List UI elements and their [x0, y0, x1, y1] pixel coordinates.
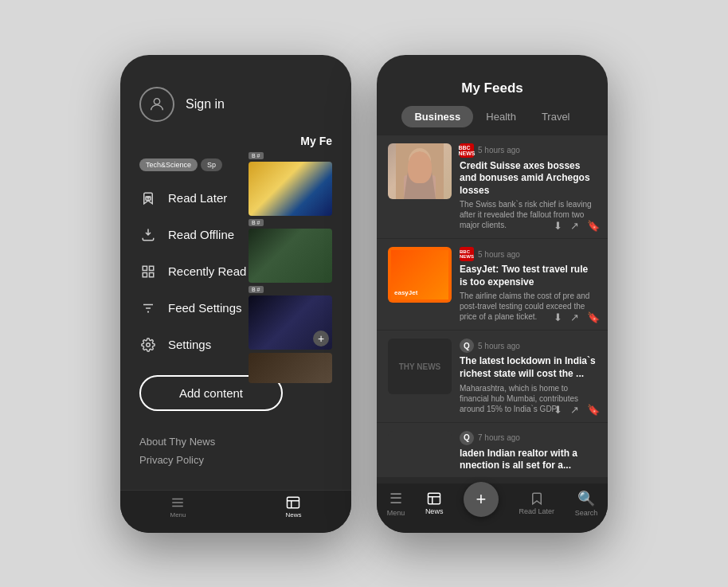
tabs-row: Business Health Travel [377, 106, 608, 135]
left-header: Sign in [120, 55, 351, 135]
card-time-1: 5 hours ago [478, 146, 520, 155]
nav-search[interactable]: 🔍 Search [575, 490, 598, 517]
bookmark-action-1[interactable]: 🔖 [587, 220, 600, 232]
card-body-3: Q 5 hours ago The latest lockdown in Ind… [460, 339, 597, 413]
tab-tech-science[interactable]: Tech&Science [139, 158, 198, 171]
sign-in-text[interactable]: Sign in [186, 97, 225, 112]
card-time-4: 7 hours ago [478, 433, 520, 442]
feed-card-2[interactable]: easyJet BBCNEWS 5 hours ago EasyJet: Two… [377, 239, 608, 330]
card-time-3: 5 hours ago [478, 342, 520, 350]
menu-item-read-later[interactable]: Read Later [139, 181, 252, 216]
menu-item-read-offline[interactable]: Read Offline [139, 217, 252, 252]
news-icon [427, 491, 441, 506]
left-nav-news[interactable]: News [285, 495, 301, 519]
card-actions-3: ⬇ ↗ 🔖 [554, 404, 600, 416]
download-action-2[interactable]: ⬇ [554, 311, 562, 323]
card-title-3: The latest lockdown in India`s richest s… [460, 355, 597, 380]
nav-read-later[interactable]: Read Later [519, 491, 555, 515]
nav-news-label: News [425, 507, 444, 515]
svg-rect-5 [150, 272, 154, 276]
right-header: My Feeds [377, 55, 608, 106]
nav-menu[interactable]: ☰ Menu [387, 490, 405, 517]
source-badge-bbc-2: BBCNEWS [460, 247, 474, 261]
right-phone: My Feeds Business Health Travel [377, 55, 608, 533]
source-badge-q-1: Q [460, 339, 474, 353]
feed-card-4[interactable]: Q 7 hours ago laden Indian realtor with … [377, 423, 608, 477]
bottom-nav: ☰ Menu News + Read Later 🔍 Sear [377, 483, 608, 533]
feed-thumb-4[interactable] [249, 353, 332, 383]
left-phone: Sign in My Fe Tech&Science Sp [120, 55, 351, 533]
svg-rect-4 [143, 272, 147, 276]
avatar[interactable] [139, 87, 174, 122]
fab-button[interactable]: + [464, 482, 499, 517]
nav-news[interactable]: News [425, 491, 444, 515]
card-image-4 [388, 431, 452, 477]
source-badge-bbc-1: BBCNEWS [460, 143, 474, 158]
feed-card-1[interactable]: BBCNEWS 5 hours ago Credit Suisse axes b… [377, 135, 608, 239]
card-body-2: BBCNEWS 5 hours ago EasyJet: Two test tr… [460, 247, 597, 322]
card-title-2: EasyJet: Two test travel rule is too exp… [460, 264, 597, 288]
left-footer: About Thy News Privacy Policy [120, 426, 351, 490]
card-meta-1: BBCNEWS 5 hours ago [460, 143, 597, 158]
download-icon [139, 226, 157, 244]
easyjet-logo: easyJet [394, 289, 417, 296]
feed-card-3[interactable]: THY NEWS Q 5 hours ago The latest lockdo… [377, 331, 608, 421]
phones-container: Sign in My Fe Tech&Science Sp [120, 55, 608, 533]
card-body-4: Q 7 hours ago laden Indian realtor with … [460, 431, 597, 469]
read-offline-label: Read Offline [168, 228, 234, 241]
feed-list: BBCNEWS 5 hours ago Credit Suisse axes b… [377, 135, 608, 483]
card-actions-2: ⬇ ↗ 🔖 [554, 311, 600, 323]
recently-read-label: Recently Read [168, 264, 246, 278]
tab-sp[interactable]: Sp [201, 158, 222, 171]
about-link[interactable]: About Thy News [139, 436, 332, 448]
svg-rect-3 [150, 266, 154, 270]
svg-point-9 [147, 342, 151, 346]
card-title-4: laden Indian realtor with a nnection is … [460, 448, 597, 472]
download-action-1[interactable]: ⬇ [554, 220, 562, 232]
feed-thumb-3[interactable]: + [249, 295, 332, 350]
card-meta-2: BBCNEWS 5 hours ago [460, 247, 597, 261]
svg-point-17 [409, 148, 431, 174]
gear-icon [139, 336, 157, 354]
menu-item-feed-settings[interactable]: Feed Settings [139, 291, 252, 326]
share-action-2[interactable]: ↗ [570, 311, 579, 323]
bookmark-action-3[interactable]: 🔖 [587, 404, 600, 416]
svg-point-18 [412, 151, 428, 170]
search-icon: 🔍 [577, 490, 595, 507]
filter-icon [139, 299, 157, 317]
menu-item-recently-read[interactable]: Recently Read [139, 254, 252, 289]
read-later-icon [530, 491, 544, 506]
left-content: My Fe Tech&Science Sp [120, 135, 351, 426]
settings-label: Settings [168, 338, 211, 351]
tab-business[interactable]: Business [401, 106, 473, 127]
tab-travel[interactable]: Travel [529, 106, 583, 127]
feed-thumb-2[interactable] [249, 229, 332, 283]
card-image-2: easyJet [388, 247, 452, 303]
menu-items: Read Later Read Offline [139, 181, 252, 362]
right-title: My Feeds [461, 80, 523, 96]
grid-icon [139, 263, 157, 280]
svg-rect-2 [143, 266, 147, 270]
nav-read-later-label: Read Later [519, 507, 555, 515]
card-title-1: Credit Suisse axes bosses and bonuses am… [460, 160, 597, 198]
menu-item-settings[interactable]: Settings [139, 327, 252, 362]
svg-rect-20 [429, 493, 440, 504]
my-feeds-label: My Fe [300, 135, 332, 147]
menu-icon: ☰ [389, 490, 402, 507]
nav-search-label: Search [575, 509, 598, 517]
read-later-label: Read Later [168, 191, 227, 205]
nav-menu-label: Menu [387, 509, 405, 517]
download-action-3[interactable]: ⬇ [554, 404, 562, 416]
share-action-1[interactable]: ↗ [570, 220, 579, 232]
bookmark-action-2[interactable]: 🔖 [587, 311, 600, 323]
share-action-3[interactable]: ↗ [570, 404, 579, 416]
tab-health[interactable]: Health [473, 106, 529, 127]
left-nav-menu[interactable]: Menu [170, 511, 186, 519]
feed-thumb-1[interactable] [249, 162, 332, 216]
privacy-link[interactable]: Privacy Policy [139, 454, 332, 466]
card-meta-4: Q 7 hours ago [460, 431, 597, 445]
feed-settings-label: Feed Settings [168, 301, 242, 315]
card-image-3: THY NEWS [388, 339, 452, 394]
card-body-1: BBCNEWS 5 hours ago Credit Suisse axes b… [460, 143, 597, 231]
svg-point-0 [154, 98, 159, 104]
